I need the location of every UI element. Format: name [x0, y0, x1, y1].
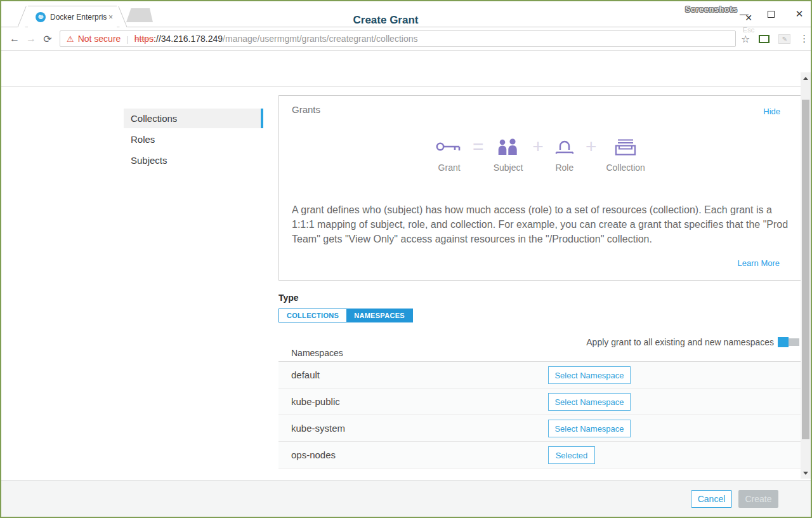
docker-whale-favicon: [36, 12, 46, 22]
namespace-name: default: [291, 369, 320, 380]
sidebar-item-collections[interactable]: Collections: [124, 109, 263, 128]
equation-label: Collection: [606, 163, 645, 173]
key-icon: [435, 136, 463, 158]
modal-close-icon[interactable]: ✕: [742, 13, 755, 23]
grants-info-panel: Grants Hide Grant = Subject: [278, 95, 802, 281]
table-row: default Select Namespace: [278, 362, 802, 388]
apply-grant-row: Apply grant to all existing and new name…: [278, 336, 802, 349]
equation-grant: Grant: [435, 136, 463, 173]
namespace-name: kube-system: [291, 423, 345, 434]
edit-extension-icon[interactable]: ✎: [778, 34, 790, 44]
equation-collection: Collection: [606, 136, 645, 173]
equation-label: Role: [555, 163, 573, 173]
vertical-scrollbar[interactable]: [801, 72, 811, 479]
esc-label: Esc: [740, 26, 757, 34]
toggle-knob[interactable]: [778, 337, 789, 347]
sidebar-item-roles[interactable]: Roles: [124, 130, 263, 149]
modal-header: [1, 51, 811, 87]
not-secure-label[interactable]: Not secure: [78, 34, 121, 44]
refresh-button[interactable]: ⟳: [39, 33, 56, 45]
role-stamp-icon: [553, 136, 576, 158]
grant-description: A grant defines who (subject) has how mu…: [292, 203, 794, 246]
grants-panel-title: Grants: [292, 104, 320, 115]
tab-collections[interactable]: COLLECTIONS: [279, 309, 346, 322]
left-nav: Collections Roles Subjects: [124, 109, 263, 171]
namespaces-header: Namespaces: [278, 348, 802, 362]
sidebar-item-subjects[interactable]: Subjects: [124, 150, 263, 170]
equation-subject: Subject: [494, 136, 523, 173]
url-host: ://34.216.178.249: [154, 34, 223, 44]
window-close-button[interactable]: ✕: [791, 8, 808, 20]
equation-label: Subject: [494, 163, 523, 173]
scroll-down-arrow[interactable]: [801, 468, 811, 477]
address-bar[interactable]: ⚠ Not secure | https://34.216.178.249/ma…: [60, 30, 736, 47]
screenshots-watermark: Screenshots: [685, 5, 738, 14]
namespace-name: ops-nodes: [291, 449, 336, 460]
forward-button[interactable]: →: [23, 33, 39, 44]
url-separator: |: [126, 34, 128, 44]
triangle-up-icon: [803, 77, 808, 80]
tab-namespaces[interactable]: NAMESPACES: [346, 309, 412, 322]
triangle-down-icon: [803, 472, 808, 475]
warning-triangle-icon: ⚠: [67, 34, 74, 44]
create-button[interactable]: Create: [738, 490, 778, 508]
subject-people-icon: [497, 136, 520, 158]
cancel-button[interactable]: Cancel: [691, 490, 732, 508]
plus-operator: +: [586, 136, 597, 158]
select-namespace-button[interactable]: Select Namespace: [548, 420, 631, 437]
table-row: ops-nodes Selected: [278, 442, 802, 468]
namespace-name: kube-public: [291, 396, 340, 407]
equals-operator: =: [473, 136, 484, 158]
selected-namespace-button[interactable]: Selected: [548, 446, 595, 464]
tab-title: Docker Enterprise Edition: [50, 13, 107, 22]
table-row: kube-public Select Namespace: [278, 388, 802, 415]
equation-role: Role: [553, 136, 576, 173]
table-row: kube-system Select Namespace: [278, 415, 802, 442]
back-button[interactable]: ←: [6, 33, 23, 44]
chrome-menu-icon[interactable]: ⋮: [799, 33, 809, 44]
apply-grant-label: Apply grant to all existing and new name…: [586, 337, 774, 347]
url-scheme: https: [134, 34, 154, 44]
namespaces-table: Namespaces default Select Namespace kube…: [278, 348, 802, 468]
screenshot-extension-icon[interactable]: [759, 35, 769, 43]
grant-equation: Grant = Subject + Role: [279, 136, 801, 173]
equation-label: Grant: [438, 163, 461, 173]
scroll-up-arrow[interactable]: [801, 74, 811, 83]
browser-window: Screenshots — ✕ Docker Enterprise Editio…: [0, 0, 812, 518]
url-path: /manage/usermgmt/grants/creategrant/coll…: [223, 34, 417, 44]
tab-close-icon[interactable]: ×: [108, 13, 113, 22]
type-label: Type: [278, 293, 299, 303]
hide-link[interactable]: Hide: [763, 107, 780, 116]
browser-toolbar: ← → ⟳ ⚠ Not secure | https://34.216.178.…: [1, 27, 811, 51]
select-namespace-button[interactable]: Select Namespace: [548, 393, 631, 411]
learn-more-link[interactable]: Learn More: [738, 258, 780, 268]
collection-drawer-icon: [612, 136, 639, 158]
select-namespace-button[interactable]: Select Namespace: [548, 366, 631, 384]
apply-grant-toggle[interactable]: [778, 337, 799, 347]
browser-tab[interactable]: Docker Enterprise Edition ×: [28, 6, 117, 27]
type-toggle-group: COLLECTIONS NAMESPACES: [278, 309, 413, 322]
footer-bar: Cancel Create: [1, 480, 811, 517]
plus-operator: +: [532, 136, 544, 158]
bookmark-star-icon[interactable]: ☆: [741, 33, 750, 45]
scrollbar-thumb[interactable]: [802, 100, 809, 439]
